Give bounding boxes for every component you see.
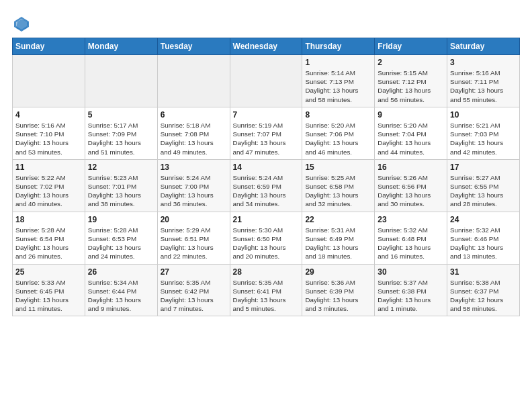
weekday-header-friday: Friday <box>375 38 447 55</box>
day-number: 9 <box>378 110 444 120</box>
day-cell: 23Sunrise: 5:32 AM Sunset: 6:48 PM Dayli… <box>375 212 447 264</box>
day-info: Sunrise: 5:30 AM Sunset: 6:50 PM Dayligh… <box>233 226 300 261</box>
day-number: 13 <box>161 163 227 172</box>
day-cell: 29Sunrise: 5:36 AM Sunset: 6:39 PM Dayli… <box>302 264 375 316</box>
day-number: 7 <box>233 110 300 120</box>
day-info: Sunrise: 5:27 AM Sunset: 6:55 PM Dayligh… <box>450 173 517 209</box>
day-number: 11 <box>15 163 82 172</box>
day-cell: 17Sunrise: 5:27 AM Sunset: 6:55 PM Dayli… <box>447 159 520 212</box>
weekday-header-wednesday: Wednesday <box>230 38 302 55</box>
day-number: 23 <box>378 215 444 224</box>
day-cell: 22Sunrise: 5:31 AM Sunset: 6:49 PM Dayli… <box>302 212 375 264</box>
logo <box>12 15 33 34</box>
day-cell: 4Sunrise: 5:16 AM Sunset: 7:10 PM Daylig… <box>13 107 85 159</box>
day-cell: 3Sunrise: 5:16 AM Sunset: 7:11 PM Daylig… <box>447 55 520 107</box>
day-cell: 31Sunrise: 5:38 AM Sunset: 6:37 PM Dayli… <box>447 264 520 316</box>
week-row-3: 11Sunrise: 5:22 AM Sunset: 7:02 PM Dayli… <box>13 159 520 212</box>
day-number: 8 <box>305 110 371 120</box>
day-info: Sunrise: 5:26 AM Sunset: 6:56 PM Dayligh… <box>378 173 444 209</box>
day-number: 3 <box>450 58 517 67</box>
day-cell: 9Sunrise: 5:20 AM Sunset: 7:04 PM Daylig… <box>375 107 447 159</box>
day-cell: 12Sunrise: 5:23 AM Sunset: 7:01 PM Dayli… <box>85 159 157 212</box>
day-cell: 6Sunrise: 5:18 AM Sunset: 7:08 PM Daylig… <box>157 107 230 159</box>
day-number: 16 <box>378 163 444 172</box>
day-number: 22 <box>305 215 371 224</box>
week-row-1: 1Sunrise: 5:14 AM Sunset: 7:13 PM Daylig… <box>13 55 520 107</box>
day-number: 4 <box>15 110 82 120</box>
day-info: Sunrise: 5:18 AM Sunset: 7:08 PM Dayligh… <box>161 121 227 156</box>
day-cell: 7Sunrise: 5:19 AM Sunset: 7:07 PM Daylig… <box>230 107 302 159</box>
day-number: 21 <box>233 215 300 224</box>
day-number: 2 <box>378 58 444 67</box>
day-number: 20 <box>161 215 227 224</box>
day-number: 1 <box>305 58 371 67</box>
day-info: Sunrise: 5:16 AM Sunset: 7:10 PM Dayligh… <box>15 121 82 156</box>
day-cell <box>85 55 157 107</box>
day-info: Sunrise: 5:24 AM Sunset: 7:00 PM Dayligh… <box>161 173 227 209</box>
page: SundayMondayTuesdayWednesdayThursdayFrid… <box>0 0 532 323</box>
day-cell: 13Sunrise: 5:24 AM Sunset: 7:00 PM Dayli… <box>157 159 230 212</box>
day-number: 28 <box>233 267 300 277</box>
week-row-2: 4Sunrise: 5:16 AM Sunset: 7:10 PM Daylig… <box>13 107 520 159</box>
day-info: Sunrise: 5:28 AM Sunset: 6:54 PM Dayligh… <box>15 226 82 261</box>
day-cell: 20Sunrise: 5:29 AM Sunset: 6:51 PM Dayli… <box>157 212 230 264</box>
weekday-header-monday: Monday <box>85 38 157 55</box>
day-info: Sunrise: 5:21 AM Sunset: 7:03 PM Dayligh… <box>450 121 517 156</box>
day-cell <box>230 55 302 107</box>
day-info: Sunrise: 5:35 AM Sunset: 6:41 PM Dayligh… <box>233 278 300 314</box>
weekday-header-thursday: Thursday <box>302 38 375 55</box>
day-number: 5 <box>88 110 154 120</box>
day-number: 10 <box>450 110 517 120</box>
day-cell: 15Sunrise: 5:25 AM Sunset: 6:58 PM Dayli… <box>302 159 375 212</box>
week-row-5: 25Sunrise: 5:33 AM Sunset: 6:45 PM Dayli… <box>13 264 520 316</box>
day-info: Sunrise: 5:36 AM Sunset: 6:39 PM Dayligh… <box>305 278 371 314</box>
day-info: Sunrise: 5:32 AM Sunset: 6:48 PM Dayligh… <box>378 226 444 261</box>
day-cell: 11Sunrise: 5:22 AM Sunset: 7:02 PM Dayli… <box>13 159 85 212</box>
day-info: Sunrise: 5:24 AM Sunset: 6:59 PM Dayligh… <box>233 173 300 209</box>
calendar-header: SundayMondayTuesdayWednesdayThursdayFrid… <box>13 38 520 55</box>
day-info: Sunrise: 5:16 AM Sunset: 7:11 PM Dayligh… <box>450 68 517 104</box>
day-info: Sunrise: 5:34 AM Sunset: 6:44 PM Dayligh… <box>88 278 154 314</box>
day-number: 31 <box>450 267 517 277</box>
day-cell: 21Sunrise: 5:30 AM Sunset: 6:50 PM Dayli… <box>230 212 302 264</box>
day-info: Sunrise: 5:23 AM Sunset: 7:01 PM Dayligh… <box>88 173 154 209</box>
weekday-header-saturday: Saturday <box>447 38 520 55</box>
day-number: 14 <box>233 163 300 172</box>
day-cell: 28Sunrise: 5:35 AM Sunset: 6:41 PM Dayli… <box>230 264 302 316</box>
day-cell: 27Sunrise: 5:35 AM Sunset: 6:42 PM Dayli… <box>157 264 230 316</box>
day-number: 12 <box>88 163 154 172</box>
day-info: Sunrise: 5:35 AM Sunset: 6:42 PM Dayligh… <box>161 278 227 314</box>
day-info: Sunrise: 5:19 AM Sunset: 7:07 PM Dayligh… <box>233 121 300 156</box>
day-cell: 18Sunrise: 5:28 AM Sunset: 6:54 PM Dayli… <box>13 212 85 264</box>
day-number: 6 <box>161 110 227 120</box>
day-number: 24 <box>450 215 517 224</box>
day-cell: 26Sunrise: 5:34 AM Sunset: 6:44 PM Dayli… <box>85 264 157 316</box>
day-info: Sunrise: 5:33 AM Sunset: 6:45 PM Dayligh… <box>15 278 82 314</box>
day-cell: 5Sunrise: 5:17 AM Sunset: 7:09 PM Daylig… <box>85 107 157 159</box>
calendar-body: 1Sunrise: 5:14 AM Sunset: 7:13 PM Daylig… <box>13 55 520 316</box>
day-info: Sunrise: 5:20 AM Sunset: 7:06 PM Dayligh… <box>305 121 371 156</box>
weekday-row: SundayMondayTuesdayWednesdayThursdayFrid… <box>13 38 520 55</box>
day-info: Sunrise: 5:14 AM Sunset: 7:13 PM Dayligh… <box>305 68 371 104</box>
day-info: Sunrise: 5:32 AM Sunset: 6:46 PM Dayligh… <box>450 226 517 261</box>
day-info: Sunrise: 5:15 AM Sunset: 7:12 PM Dayligh… <box>378 68 444 104</box>
day-number: 17 <box>450 163 517 172</box>
day-info: Sunrise: 5:17 AM Sunset: 7:09 PM Dayligh… <box>88 121 154 156</box>
day-cell: 8Sunrise: 5:20 AM Sunset: 7:06 PM Daylig… <box>302 107 375 159</box>
day-cell: 10Sunrise: 5:21 AM Sunset: 7:03 PM Dayli… <box>447 107 520 159</box>
logo-icon <box>12 15 31 34</box>
day-info: Sunrise: 5:31 AM Sunset: 6:49 PM Dayligh… <box>305 226 371 261</box>
day-number: 29 <box>305 267 371 277</box>
day-number: 27 <box>161 267 227 277</box>
header <box>12 12 520 34</box>
day-cell: 30Sunrise: 5:37 AM Sunset: 6:38 PM Dayli… <box>375 264 447 316</box>
day-cell: 14Sunrise: 5:24 AM Sunset: 6:59 PM Dayli… <box>230 159 302 212</box>
weekday-header-sunday: Sunday <box>13 38 85 55</box>
day-number: 25 <box>15 267 82 277</box>
day-number: 19 <box>88 215 154 224</box>
day-cell: 16Sunrise: 5:26 AM Sunset: 6:56 PM Dayli… <box>375 159 447 212</box>
weekday-header-tuesday: Tuesday <box>157 38 230 55</box>
day-cell: 25Sunrise: 5:33 AM Sunset: 6:45 PM Dayli… <box>13 264 85 316</box>
day-number: 18 <box>15 215 82 224</box>
day-cell: 24Sunrise: 5:32 AM Sunset: 6:46 PM Dayli… <box>447 212 520 264</box>
